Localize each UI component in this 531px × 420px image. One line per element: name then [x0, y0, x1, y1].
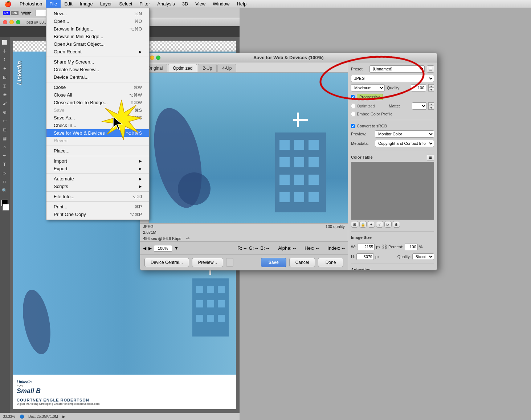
matte-up-btn[interactable]: ▲ — [428, 102, 434, 106]
menu-save-as[interactable]: Save As... ⇧⌘S — [46, 114, 149, 122]
width-size-input[interactable] — [357, 244, 375, 250]
menu-create-review[interactable]: Create New Review... — [46, 66, 149, 73]
embed-color-checkbox[interactable] — [351, 112, 355, 116]
convert-srgb-checkbox[interactable] — [351, 124, 355, 128]
tool-shape[interactable]: □ — [1, 178, 9, 186]
menu-open[interactable]: Open... ⌘O — [46, 17, 149, 25]
tool-lasso[interactable]: ⌇ — [1, 56, 9, 64]
ct-right-btn[interactable]: ▷ — [384, 221, 392, 228]
quality-preset-select[interactable]: Maximum — [351, 84, 385, 91]
tool-crop[interactable]: ⊡ — [1, 73, 9, 81]
save-button[interactable]: Save — [261, 258, 286, 267]
matte-down-btn[interactable]: ▼ — [428, 106, 434, 110]
menu-open-recent[interactable]: Open Recent ▶ — [46, 48, 149, 56]
menu-open-smart[interactable]: Open As Smart Object... — [46, 40, 149, 48]
quality-down-btn[interactable]: ▼ — [428, 88, 434, 91]
tool-eraser[interactable]: ◻ — [1, 126, 9, 134]
sfwd-zoom-btn[interactable] — [156, 56, 160, 60]
tool-zoom[interactable]: 🔍 — [1, 187, 9, 195]
background-color[interactable] — [3, 204, 9, 211]
menu-view[interactable]: View — [192, 0, 209, 8]
color-table-menu-btn[interactable]: ☰ — [427, 155, 434, 160]
close-btn-red[interactable] — [3, 20, 7, 24]
menu-device-central[interactable]: Device Central... — [46, 73, 149, 81]
device-central-button[interactable]: Device Central... — [144, 258, 189, 267]
menu-place[interactable]: Place... — [46, 147, 149, 155]
ct-left-btn[interactable]: ◁ — [376, 221, 383, 228]
menu-filter[interactable]: Filter — [136, 0, 154, 8]
menu-help[interactable]: Help — [233, 0, 250, 8]
tool-type[interactable]: T — [1, 160, 9, 168]
quality-size-select[interactable]: Bicubic — [412, 253, 434, 260]
menu-select[interactable]: Select — [115, 0, 136, 8]
preset-select[interactable]: [Unnamed] — [369, 65, 425, 73]
sfwd-minimize-btn[interactable] — [150, 56, 154, 60]
maximize-btn-green[interactable] — [16, 20, 20, 24]
percent-input[interactable] — [405, 244, 418, 250]
quality-input[interactable] — [411, 84, 426, 91]
tool-heal[interactable]: ✙ — [1, 91, 9, 99]
menu-share-screen[interactable]: Share My Screen... — [46, 58, 149, 66]
menu-close[interactable]: Close ⌘W — [46, 83, 149, 91]
menu-new[interactable]: New... ⌘N — [46, 10, 149, 17]
ct-map-btn[interactable]: ⊞ — [351, 221, 358, 228]
menu-image[interactable]: Image — [76, 0, 97, 8]
menu-edit[interactable]: Edit — [61, 0, 76, 8]
tab-2up[interactable]: 2-Up — [198, 64, 217, 72]
menu-print[interactable]: Print... ⌘P — [46, 203, 149, 211]
tool-brush[interactable]: 🖌 — [1, 99, 9, 107]
menu-scripts[interactable]: Scripts ▶ — [46, 183, 149, 190]
menu-save-for-web[interactable]: Save for Web & Devices ⌥⇧⌘S — [46, 129, 149, 137]
tab-4up[interactable]: 4-Up — [217, 64, 236, 72]
menu-3d[interactable]: 3D — [179, 0, 192, 8]
menu-browse-bridge[interactable]: Browse in Bridge... ⌥⌘O — [46, 25, 149, 33]
menu-print-one-copy[interactable]: Print One Copy ⌥⌘P — [46, 211, 149, 218]
menu-import[interactable]: Import ▶ — [46, 157, 149, 165]
preview-button[interactable]: Preview... — [192, 258, 223, 267]
prev-zoom-btn[interactable]: ◀ — [143, 246, 146, 251]
menu-analysis[interactable]: Analysis — [154, 0, 178, 8]
preview-setting-select[interactable]: Monitor Color — [375, 130, 434, 138]
zoom-dropdown-btn[interactable]: ▼ — [174, 246, 179, 251]
menu-photoshop[interactable]: Photoshop — [16, 0, 46, 8]
menu-save[interactable]: Save ⌘S — [46, 106, 149, 114]
preset-menu-btn[interactable]: ☰ — [427, 65, 434, 73]
tool-stamp[interactable]: ⊕ — [1, 108, 9, 116]
tool-pen[interactable]: ✒ — [1, 152, 9, 160]
menu-automate[interactable]: Automate ▶ — [46, 175, 149, 183]
cancel-button[interactable]: Cancel — [289, 258, 315, 267]
tool-move[interactable]: ✛ — [1, 47, 9, 55]
menu-close-goto-bridge[interactable]: Close and Go To Bridge... ⇧⌘W — [46, 99, 149, 106]
done-button[interactable]: Done — [318, 258, 343, 267]
height-size-input[interactable] — [356, 253, 374, 260]
tool-dodge[interactable]: ○ — [1, 143, 9, 151]
menu-revert[interactable]: Revert — [46, 137, 149, 144]
tool-eyedropper[interactable]: ⌶ — [1, 82, 9, 90]
ct-add-btn[interactable]: + — [368, 221, 375, 228]
tab-optimized[interactable]: Optimized — [168, 64, 197, 72]
ct-trash-btn[interactable]: 🗑 — [393, 221, 400, 228]
format-select[interactable]: JPEG — [351, 75, 434, 82]
next-zoom-btn[interactable]: ▶ — [148, 246, 152, 251]
tool-history[interactable]: ↩ — [1, 117, 9, 125]
progressive-checkbox[interactable] — [351, 95, 355, 99]
menu-export[interactable]: Export ▶ — [46, 165, 149, 172]
tool-wand[interactable]: ✦ — [1, 65, 9, 73]
matte-select[interactable] — [412, 102, 427, 110]
menu-browse-mini-bridge[interactable]: Browse in Mini Bridge... — [46, 33, 149, 40]
menu-check-in[interactable]: Check In... — [46, 122, 149, 129]
ct-lock-btn[interactable]: 🔒 — [359, 221, 367, 228]
minimize-btn-yellow[interactable] — [9, 20, 14, 24]
menu-file[interactable]: File — [46, 0, 61, 8]
preview-dropdown[interactable] — [226, 258, 233, 267]
metadata-select[interactable]: Copyright and Contact Info — [375, 140, 434, 147]
optimized-checkbox[interactable] — [351, 104, 355, 108]
tool-path[interactable]: ▷ — [1, 169, 9, 177]
quality-up-btn[interactable]: ▲ — [428, 84, 434, 88]
menu-window[interactable]: Window — [209, 0, 233, 8]
menu-file-info[interactable]: File Info... ⌥⌘I — [46, 193, 149, 200]
tool-gradient[interactable]: ▦ — [1, 134, 9, 142]
tool-marquee[interactable]: ⬜ — [1, 38, 9, 46]
apple-menu-item[interactable]: 🍎 — [0, 0, 16, 8]
menu-close-all[interactable]: Close All ⌥⌘W — [46, 91, 149, 99]
